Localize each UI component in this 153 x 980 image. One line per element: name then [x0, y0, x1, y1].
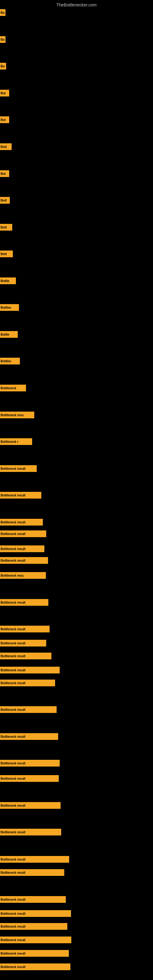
bar-item: Bottleneck result: [0, 706, 57, 713]
bar-item: Bot: [0, 116, 9, 123]
bar-item: Bottleneck result: [0, 652, 51, 659]
bar-item: Bottleneck result: [0, 760, 60, 767]
bar-label: Bottleneck result: [1, 494, 26, 497]
bar-label: Bottleneck result: [1, 467, 26, 470]
bar-label: Bottleneck result: [1, 830, 26, 834]
bar-item: Bottleneck result: [0, 775, 59, 782]
bar-item: Bott: [0, 143, 12, 150]
bar-item: Bottleneck result: [0, 679, 55, 686]
bar-label: Bottleneck result: [1, 965, 26, 969]
bar-label: Bot: [1, 92, 6, 95]
bar-label: Bottleneck result: [1, 777, 26, 780]
bar-item: Bottleneck r: [0, 438, 32, 445]
bar-label: Bottleneck result: [1, 627, 26, 631]
site-title: TheBottlenecker.com: [0, 0, 153, 9]
bar-label: Bottleneck result: [1, 532, 26, 536]
bar-item: Bottle: [0, 277, 16, 284]
bar-item: Bott: [0, 224, 12, 231]
bar-label: Bottleneck result: [1, 547, 26, 550]
bar-item: Bot: [0, 90, 9, 97]
bar-item: Bottleneck result: [0, 910, 71, 917]
bar-label: Bottle: [1, 333, 9, 336]
bar-label: Bottleneck result: [1, 762, 26, 765]
bar-item: Bottlen: [0, 304, 19, 311]
bar-item: Bottleneck result: [0, 530, 46, 537]
bar-item: Bottleneck result: [0, 802, 61, 809]
bar-item: Bottleneck result: [0, 869, 64, 876]
bar-label: Bott: [1, 252, 7, 256]
bar-label: Bottleneck: [1, 387, 16, 390]
bar-item: Bott: [0, 250, 13, 257]
bar-label: Bottleneck result: [1, 641, 26, 645]
bar-label: Bottleneck resu: [1, 574, 24, 577]
bar-label: Bottleneck resu: [1, 414, 24, 417]
bar-label: Bottleneck result: [1, 708, 26, 711]
bar-item: Bottleneck resu: [0, 572, 46, 579]
bar-label: Bott: [1, 199, 7, 202]
bar-item: Bottleneck resu: [0, 412, 34, 418]
bar-item: Bo: [0, 9, 5, 16]
bar-item: Bottleneck result: [0, 733, 58, 740]
bar-label: Bottlen: [1, 360, 11, 363]
bar-label: Bottleneck result: [1, 654, 26, 658]
bar-item: Bottleneck result: [0, 640, 46, 646]
bar-label: Bo: [1, 11, 5, 14]
bar-label: Bottle: [1, 279, 9, 283]
bar-label: Bottleneck result: [1, 952, 26, 955]
bar-label: Bottleneck result: [1, 601, 26, 604]
bar-label: Bottleneck r: [1, 440, 18, 444]
bar-item: Bott: [0, 197, 10, 204]
bar-item: Bottleneck result: [0, 492, 41, 499]
bar-label: Bottlen: [1, 306, 11, 309]
bar-label: Bottleneck result: [1, 858, 26, 861]
bar-item: Bottleneck result: [0, 599, 48, 606]
bar-item: Bottleneck: [0, 385, 26, 391]
bar-label: Bottleneck result: [1, 912, 26, 915]
bar-label: Bot: [1, 172, 6, 175]
bar-item: Bottleneck result: [0, 923, 67, 930]
bar-item: Bottleneck result: [0, 546, 45, 552]
bar-label: Bo: [1, 38, 5, 41]
bar-item: Bottleneck result: [0, 950, 69, 957]
bar-item: Bo: [0, 36, 5, 43]
bar-item: Bottleneck result: [0, 896, 66, 903]
bar-label: Bot: [1, 118, 6, 122]
bar-label: Bott: [1, 226, 7, 229]
bar-label: Bottleneck result: [1, 939, 26, 942]
bar-item: Bottleneck result: [0, 557, 48, 564]
bar-label: Bottleneck result: [1, 735, 26, 738]
bar-label: Bottleneck result: [1, 559, 26, 562]
bar-item: Bottlen: [0, 358, 20, 364]
bar-label: Bottleneck result: [1, 668, 26, 672]
bar-label: Bott: [1, 145, 7, 148]
bar-label: Bottleneck result: [1, 871, 26, 874]
bar-item: Bot: [0, 170, 9, 177]
bar-label: Bo: [1, 65, 5, 68]
bar-item: Bottleneck result: [0, 519, 43, 525]
bar-label: Bottleneck result: [1, 804, 26, 807]
bar-item: Bottleneck result: [0, 667, 60, 673]
bar-item: Bottleneck result: [0, 626, 49, 632]
bar-label: Bottleneck result: [1, 898, 26, 901]
bar-item: Bottleneck result: [0, 937, 71, 943]
bar-item: Bottleneck result: [0, 465, 37, 472]
bar-label: Bottleneck result: [1, 681, 26, 685]
bar-label: Bottleneck result: [1, 520, 26, 524]
bar-item: Bottleneck result: [0, 856, 69, 863]
bar-item: Bottle: [0, 331, 18, 338]
bar-item: Bottleneck result: [0, 829, 61, 835]
bar-item: Bo: [0, 63, 6, 70]
bar-item: Bottleneck result: [0, 964, 70, 970]
bar-label: Bottleneck result: [1, 925, 26, 928]
